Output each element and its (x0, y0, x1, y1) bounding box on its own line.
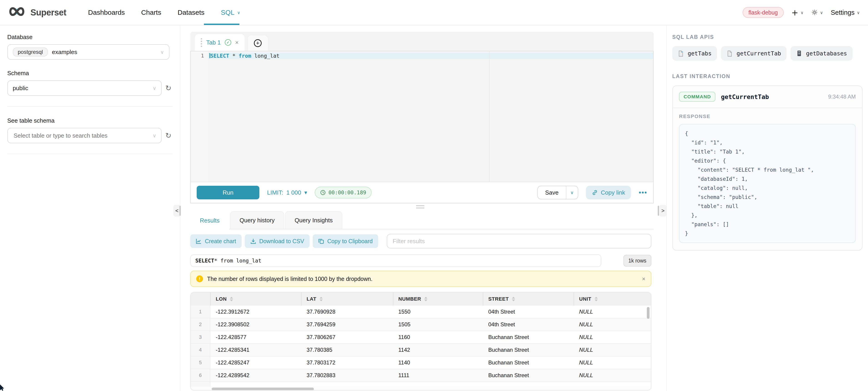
response-label: RESPONSE (679, 113, 856, 120)
table-header-row: LON LAT NUMBER STREET UNIT (191, 292, 651, 305)
sql-text: long_lat (251, 53, 280, 59)
pane-resize-handle[interactable] (416, 205, 424, 208)
close-alert-icon[interactable]: × (642, 275, 645, 283)
row-number: 5 (191, 357, 210, 369)
tab-query-insights[interactable]: Query Insights (285, 211, 342, 229)
database-select[interactable]: postgresql examples ∨ (7, 44, 169, 60)
cell-number: 1142 (393, 344, 483, 356)
filter-results-input[interactable] (387, 234, 651, 249)
cell-number: 1550 (393, 305, 483, 318)
new-item-button[interactable]: + ∨ (792, 8, 804, 17)
more-options-button[interactable]: ••• (639, 189, 647, 196)
refresh-tables-icon[interactable]: ↻ (165, 131, 172, 140)
chevron-down-icon: ∨ (160, 49, 164, 55)
copy-clipboard-button[interactable]: Copy to Clipboard (313, 234, 378, 248)
nav-item-charts[interactable]: Charts (141, 9, 161, 17)
sql-text: * (229, 53, 239, 59)
row-count-badge[interactable]: 1k rows (623, 255, 651, 267)
superset-brand[interactable]: Superset (0, 6, 66, 19)
table-select[interactable]: ∨ (7, 128, 162, 143)
api-chip-getdatabases[interactable]: getDatabases (790, 46, 852, 61)
save-button[interactable]: Save (538, 186, 566, 199)
superset-logo-icon (7, 6, 26, 19)
column-header-street[interactable]: STREET (483, 292, 574, 305)
table-row: 3 -122.428577 37.7806267 1160 Buchanan S… (191, 331, 651, 344)
column-header-number[interactable]: NUMBER (393, 292, 483, 305)
cell-unit: NULL (574, 357, 651, 369)
column-label: LON (216, 296, 227, 302)
sql-code-area[interactable]: 1 SELECT * from long_lat (191, 51, 653, 182)
nav-item-sql[interactable]: SQL ∨ (221, 9, 240, 17)
table-search-input[interactable] (13, 132, 153, 140)
sort-icon[interactable] (319, 297, 323, 301)
cell-lon: -122.428577 (210, 331, 301, 343)
last-interaction-title: LAST INTERACTION (672, 73, 863, 79)
main-scrollbar[interactable] (658, 206, 659, 216)
query-keyword: SELECT (195, 258, 214, 264)
environment-badge: flask-debug (743, 7, 784, 18)
sort-icon[interactable] (595, 297, 598, 301)
tab-query-history[interactable]: Query history (230, 211, 284, 229)
schema-sidebar: Database postgresql examples ∨ Schema pu… (0, 26, 180, 391)
api-chip-label: getCurrentTab (737, 50, 781, 57)
print-margin-line (489, 51, 490, 182)
link-icon (592, 190, 598, 195)
cell-unit: NULL (574, 318, 651, 331)
editor-toolbar: Run LIMIT: 1 000 ▼ 00:00:00.189 Save ∨ (191, 182, 653, 203)
cell-unit: NULL (574, 344, 651, 356)
download-csv-button[interactable]: Download to CSV (245, 234, 310, 248)
download-csv-label: Download to CSV (259, 238, 304, 245)
table-row-partial (191, 382, 651, 387)
drag-handle-icon[interactable] (201, 38, 202, 47)
cell-number: 1140 (393, 357, 483, 369)
save-options-caret[interactable]: ∨ (566, 186, 578, 199)
sidebar-scrollbar[interactable] (179, 206, 181, 216)
nav-item-datasets[interactable]: Datasets (178, 9, 205, 17)
warning-icon: ! (196, 275, 203, 282)
limit-dropdown[interactable]: LIMIT: 1 000 ▼ (267, 189, 307, 196)
sidebar-divider (7, 154, 173, 154)
sql-keyword: SELECT (210, 53, 229, 59)
close-tab-icon[interactable]: × (235, 39, 239, 46)
refresh-schemas-icon[interactable]: ↻ (165, 84, 172, 92)
command-timestamp: 9:34:48 AM (828, 94, 856, 100)
tab-results[interactable]: Results (190, 211, 229, 229)
collapse-api-panel-button[interactable]: > (659, 205, 666, 217)
horizontal-scrollbar-thumb[interactable] (212, 388, 314, 390)
schema-select[interactable]: public ∨ (7, 80, 162, 96)
column-header-unit[interactable]: UNIT (574, 292, 651, 305)
api-chip-getcurrenttab[interactable]: getCurrentTab (721, 46, 786, 61)
settings-menu[interactable]: Settings ∨ (831, 9, 860, 17)
api-chip-gettabs[interactable]: getTabs (672, 46, 717, 61)
chevron-down-icon: ∨ (153, 133, 156, 138)
row-number-header (191, 292, 210, 305)
new-tab-button[interactable]: + (248, 35, 268, 51)
mouse-cursor (0, 384, 5, 391)
run-button[interactable]: Run (197, 186, 259, 199)
column-header-lon[interactable]: LON (210, 292, 301, 305)
chevron-down-icon: ∨ (801, 10, 804, 15)
elapsed-time: 00:00:00.189 (329, 190, 366, 195)
sort-icon[interactable] (424, 297, 427, 301)
chevron-down-icon: ∨ (153, 86, 156, 91)
navbar: Superset Dashboards Charts Datasets SQL … (0, 0, 868, 26)
vertical-scrollbar-thumb[interactable] (647, 307, 650, 319)
settings-label: Settings (831, 9, 855, 17)
create-chart-button[interactable]: Create chart (190, 234, 242, 248)
sort-icon[interactable] (512, 297, 515, 301)
limit-label: LIMIT: (267, 189, 283, 196)
nav-item-dashboards[interactable]: Dashboards (88, 9, 125, 17)
editor-tab-1[interactable]: Tab 1 ✓ × (195, 34, 245, 51)
database-label: Database (7, 34, 173, 41)
query-preview[interactable]: SELECT * from long_lat (190, 254, 601, 267)
cell-unit: NULL (574, 331, 651, 343)
row-number: 4 (191, 344, 210, 356)
copy-link-button[interactable]: Copy link (586, 186, 631, 199)
cell-street: Buchanan Street (483, 344, 574, 356)
column-label: UNIT (579, 296, 591, 302)
sun-icon: ☼ (811, 8, 818, 17)
table-row: 4 -122.4285341 37.780385 1142 Buchanan S… (191, 344, 651, 357)
sort-icon[interactable] (230, 297, 233, 301)
theme-toggle-button[interactable]: ☼ ∨ (811, 8, 823, 17)
column-header-lat[interactable]: LAT (301, 292, 393, 305)
